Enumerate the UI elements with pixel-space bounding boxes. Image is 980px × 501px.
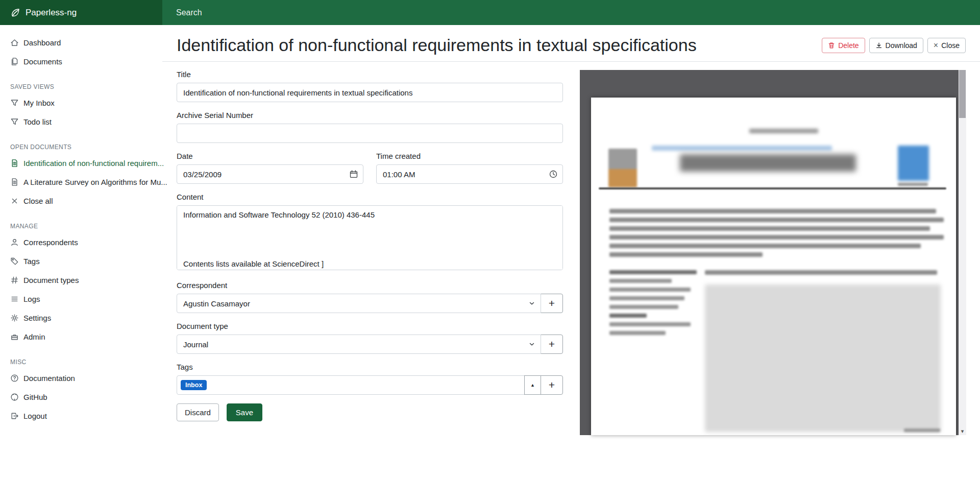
plus-icon: + xyxy=(549,297,555,309)
time-created-input[interactable] xyxy=(376,164,563,184)
download-icon xyxy=(875,42,883,49)
top-navbar: Paperless-ng xyxy=(0,0,980,25)
sidebar-item-documents[interactable]: Documents xyxy=(0,52,162,71)
sidebar-item-document-types[interactable]: Document types xyxy=(0,271,162,290)
sidebar-item-label: Logs xyxy=(23,295,40,303)
sidebar-item-label: Identification of non-functional require… xyxy=(23,159,164,168)
add-document-type-button[interactable]: + xyxy=(541,335,563,354)
add-correspondent-button[interactable]: + xyxy=(541,294,563,313)
delete-button[interactable]: Delete xyxy=(822,38,865,53)
preview-blur-block xyxy=(609,314,647,318)
download-button[interactable]: Download xyxy=(869,38,923,53)
clock-icon[interactable] xyxy=(549,170,558,179)
preview-blur-block xyxy=(609,209,936,213)
sidebar-item-logs[interactable]: Logs xyxy=(0,290,162,308)
date-label: Date xyxy=(177,152,363,160)
correspondent-value: Agustin Casamayor xyxy=(183,299,250,308)
preview-blur-block xyxy=(608,149,637,187)
funnel-icon xyxy=(10,117,19,126)
preview-blur-block xyxy=(680,154,856,172)
preview-blur-block xyxy=(609,322,691,326)
sidebar-item-label: Admin xyxy=(23,332,45,341)
sidebar-item-dashboard[interactable]: Dashboard xyxy=(0,33,162,52)
tag-badge: Inbox xyxy=(181,380,207,390)
preview-blur-block xyxy=(898,183,928,186)
preview-blur-block xyxy=(705,270,937,275)
document-type-value: Journal xyxy=(183,340,208,349)
sidebar-item-correspondents[interactable]: Correspondents xyxy=(0,233,162,252)
sidebar-item-label: My Inbox xyxy=(23,99,55,107)
preview-blur-block xyxy=(609,226,930,231)
sidebar-item-label: GitHub xyxy=(23,393,47,401)
preview-scrollbar-thumb[interactable] xyxy=(959,70,966,118)
discard-button[interactable]: Discard xyxy=(177,403,219,421)
house-icon xyxy=(10,38,19,47)
leaf-logo-icon xyxy=(10,8,20,18)
asn-input[interactable] xyxy=(177,124,563,143)
add-tag-button[interactable]: + xyxy=(541,375,563,395)
toolbox-icon xyxy=(10,332,19,341)
preview-blur-block xyxy=(609,270,697,274)
sidebar-item-documentation[interactable]: Documentation xyxy=(0,369,162,388)
date-input[interactable] xyxy=(177,164,363,184)
preview-blur-block xyxy=(705,284,941,432)
delete-button-label: Delete xyxy=(838,41,859,50)
search-input[interactable] xyxy=(162,0,980,25)
tag-icon xyxy=(10,257,19,266)
correspondent-select[interactable]: Agustin Casamayor xyxy=(177,294,541,313)
close-icon: × xyxy=(934,41,938,50)
sidebar-item-logout[interactable]: Logout xyxy=(0,407,162,425)
sidebar-open-document-2[interactable]: A Literature Survey on Algorithms for Mu… xyxy=(0,173,162,192)
github-icon xyxy=(10,393,19,401)
sidebar-item-label: Dashboard xyxy=(23,38,61,47)
preview-blur-block xyxy=(609,296,684,300)
sidebar-item-close-all[interactable]: Close all xyxy=(0,192,162,210)
sidebar-item-todo-list[interactable]: Todo list xyxy=(0,112,162,131)
document-type-select[interactable]: Journal xyxy=(177,335,541,354)
page-title: Identification of non-functional require… xyxy=(177,35,697,55)
close-icon xyxy=(10,197,19,205)
sidebar-item-github[interactable]: GitHub xyxy=(0,388,162,407)
file-text-icon xyxy=(10,178,19,186)
preview-blur-block xyxy=(609,331,666,335)
chevron-down-icon xyxy=(528,341,535,348)
plus-icon: + xyxy=(549,338,555,350)
sidebar-item-tags[interactable]: Tags xyxy=(0,252,162,271)
gear-icon xyxy=(10,314,19,322)
sidebar-item-label: Close all xyxy=(23,197,53,205)
preview-blur-block xyxy=(609,252,763,257)
sidebar-open-document-1[interactable]: Identification of non-functional require… xyxy=(0,154,162,173)
sidebar-item-settings[interactable]: Settings xyxy=(0,308,162,327)
asn-label: Archive Serial Number xyxy=(177,111,563,120)
sidebar-item-label: Tags xyxy=(23,257,40,266)
save-button[interactable]: Save xyxy=(227,403,262,421)
scroll-down-arrow-icon[interactable]: ▾ xyxy=(959,428,966,435)
document-actions: Delete Download × Close xyxy=(822,38,966,53)
list-icon xyxy=(10,295,19,303)
document-preview-pane[interactable]: ▾ xyxy=(580,70,966,435)
sidebar-item-my-inbox[interactable]: My Inbox xyxy=(0,93,162,112)
preview-blur-block xyxy=(904,428,940,432)
chevron-down-icon xyxy=(528,300,535,307)
funnel-icon xyxy=(10,99,19,107)
manage-header: MANAGE xyxy=(10,223,162,230)
brand[interactable]: Paperless-ng xyxy=(0,0,162,25)
tags-dropdown-toggle[interactable]: ▲ xyxy=(524,375,541,395)
preview-blur-block xyxy=(609,218,944,222)
title-label: Title xyxy=(177,70,563,79)
title-input[interactable] xyxy=(177,83,563,102)
content-label: Content xyxy=(177,193,563,201)
files-icon xyxy=(10,57,19,66)
tags-input[interactable]: Inbox xyxy=(177,375,525,395)
preview-blur-block xyxy=(609,279,672,283)
preview-scrollbar[interactable]: ▾ xyxy=(959,70,966,435)
document-preview-page xyxy=(591,98,956,435)
file-text-icon xyxy=(10,159,19,168)
calendar-icon[interactable] xyxy=(349,170,358,179)
close-button[interactable]: × Close xyxy=(927,38,966,53)
person-icon xyxy=(10,238,19,247)
sidebar-item-admin[interactable]: Admin xyxy=(0,327,162,346)
content-textarea[interactable]: Information and Software Technology 52 (… xyxy=(177,205,563,270)
main-content: Identification of non-functional require… xyxy=(162,25,980,501)
hash-icon xyxy=(10,276,19,284)
